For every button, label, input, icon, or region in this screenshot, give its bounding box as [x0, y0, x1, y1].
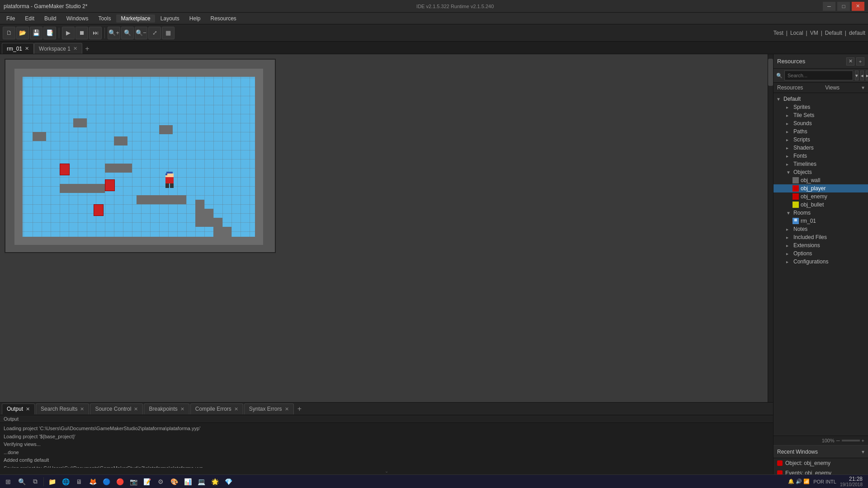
res-item-configurations[interactable]: ▸ Configurations [774, 258, 868, 266]
tab-rm01[interactable]: rm_01 ✕ [2, 43, 34, 54]
recent-item-obj-enemy-obj[interactable]: Object: obj_enemy [774, 458, 868, 468]
fit-button[interactable]: ⤢ [148, 27, 161, 39]
res-item-obj-enemy[interactable]: obj_enemy [774, 192, 868, 201]
res-item-extensions[interactable]: ▸ Extensions [774, 241, 868, 249]
res-group-default[interactable]: ▼ Default [774, 95, 868, 103]
debug-button[interactable]: ⏭ [89, 27, 102, 39]
menu-resources[interactable]: Resources [206, 14, 241, 23]
bottom-tab-syntax-errors-close[interactable]: ✕ [285, 406, 289, 412]
menu-edit[interactable]: Edit [20, 14, 39, 23]
objects-expand-icon: ▼ [786, 170, 792, 175]
taskbar-app-5[interactable]: 📷 [127, 476, 140, 488]
res-item-included-files[interactable]: ▸ Included Files [774, 233, 868, 241]
search-dropdown-button[interactable]: ▾ [855, 70, 859, 80]
res-item-shaders[interactable]: ▸ Shaders [774, 144, 868, 152]
taskbar-app-8[interactable]: 🎨 [168, 476, 180, 488]
bottom-tab-search-results[interactable]: Search Results ✕ [36, 404, 89, 414]
grid-button[interactable]: ▦ [162, 27, 175, 39]
taskbar-app-1[interactable]: 🖥 [73, 476, 85, 488]
bottom-tab-compile-errors-close[interactable]: ✕ [234, 406, 238, 412]
tab-workspace1[interactable]: Workspace 1 ✕ [34, 43, 82, 54]
menu-marketplace[interactable]: Marketplace [116, 14, 155, 23]
start-button[interactable]: ⊞ [2, 476, 14, 488]
output-line-4: ...done [4, 449, 769, 457]
res-item-notes[interactable]: ▸ Notes [774, 225, 868, 233]
recent-windows-expand-icon[interactable]: ▾ [862, 449, 864, 455]
taskbar-explorer[interactable]: 📁 [46, 476, 58, 488]
zoom-reset-button[interactable]: 🔍 [121, 27, 134, 39]
res-item-scripts[interactable]: ▸ Scripts [774, 136, 868, 144]
res-item-rooms[interactable]: ▼ Rooms [774, 209, 868, 217]
zoom-in-button[interactable]: 🔍+ [108, 27, 120, 39]
open-button[interactable]: 📂 [16, 27, 29, 39]
config-default2: default [849, 30, 865, 36]
res-item-obj-player[interactable]: obj_player [774, 184, 868, 192]
res-item-options[interactable]: ▸ Options [774, 249, 868, 258]
bottom-tab-source-control-close[interactable]: ✕ [134, 406, 138, 412]
res-item-sounds[interactable]: ▸ Sounds [774, 119, 868, 127]
zoom-out-button[interactable]: 🔍− [135, 27, 147, 39]
bottom-tab-search-results-close[interactable]: ✕ [80, 406, 84, 412]
res-item-objects[interactable]: ▼ Objects [774, 168, 868, 176]
taskbar-app-9[interactable]: 📊 [181, 476, 194, 488]
bottom-scroll-indicator[interactable]: ⌄ [0, 468, 773, 474]
search-input[interactable] [784, 70, 853, 80]
maximize-button[interactable]: □ [837, 2, 850, 11]
menu-help[interactable]: Help [185, 14, 205, 23]
save-all-button[interactable]: 📑 [43, 27, 56, 39]
taskbar-app-3[interactable]: 🔵 [100, 476, 113, 488]
res-item-sprites[interactable]: ▸ Sprites [774, 103, 868, 111]
res-item-obj-bullet[interactable]: obj_bullet [774, 201, 868, 209]
bottom-tab-compile-errors[interactable]: Compile Errors ✕ [190, 404, 243, 414]
taskbar-app-2[interactable]: 🦊 [86, 476, 99, 488]
menu-tools[interactable]: Tools [94, 14, 115, 23]
zoom-minus-icon[interactable]: ─ [836, 438, 840, 443]
tab-add-button[interactable]: + [82, 44, 92, 54]
bottom-tab-syntax-errors[interactable]: Syntax Errors ✕ [244, 404, 294, 414]
taskbar-browser-ie[interactable]: 🌐 [59, 476, 72, 488]
window-controls: ─ □ ✕ [823, 2, 864, 11]
bottom-tab-add-button[interactable]: + [295, 404, 305, 414]
res-item-timelines[interactable]: ▸ Timelines [774, 160, 868, 168]
run-button[interactable]: ▶ [62, 27, 75, 39]
res-item-tilesets[interactable]: ▸ Tile Sets [774, 111, 868, 119]
taskbar-app-4[interactable]: 🔴 [113, 476, 126, 488]
tab-rm01-close[interactable]: ✕ [25, 46, 29, 52]
menu-windows[interactable]: Windows [62, 14, 93, 23]
res-item-obj-wall[interactable]: obj_wall [774, 176, 868, 184]
taskbar-clock: 21:28 19/10/2018 [840, 476, 863, 487]
search-taskbar-button[interactable]: 🔍 [15, 476, 28, 488]
res-item-rm01[interactable]: ▦ rm_01 [774, 217, 868, 225]
platform-float-7 [137, 195, 186, 204]
taskbar-app-6[interactable]: 📝 [141, 476, 153, 488]
search-prev-button[interactable]: ◂ [860, 70, 864, 80]
res-item-paths[interactable]: ▸ Paths [774, 127, 868, 136]
resources-add-button[interactable]: + [856, 57, 864, 66]
minimize-button[interactable]: ─ [823, 2, 835, 11]
room-vscroll-thumb[interactable] [768, 59, 773, 86]
zoom-plus-icon[interactable]: + [862, 438, 864, 443]
tab-workspace1-close[interactable]: ✕ [73, 46, 77, 52]
taskbar-app-12[interactable]: 💎 [222, 476, 235, 488]
bottom-tab-breakpoints[interactable]: Breakpoints ✕ [144, 404, 189, 414]
bottom-tab-source-control[interactable]: Source Control ✕ [90, 404, 143, 414]
taskbar-app-10[interactable]: 💻 [195, 476, 208, 488]
menu-build[interactable]: Build [40, 14, 61, 23]
menu-layouts[interactable]: Layouts [156, 14, 184, 23]
search-next-button[interactable]: ▸ [866, 70, 868, 80]
res-group-default-header[interactable]: ▼ Default [774, 95, 868, 103]
close-button[interactable]: ✕ [852, 2, 864, 11]
bottom-tab-output-close[interactable]: ✕ [26, 406, 30, 412]
bottom-tab-breakpoints-close[interactable]: ✕ [180, 406, 184, 412]
resources-close-button[interactable]: ✕ [846, 57, 854, 66]
room-vscroll[interactable] [768, 54, 773, 402]
save-button[interactable]: 💾 [30, 27, 42, 39]
stop-button[interactable]: ⏹ [75, 27, 88, 39]
new-button[interactable]: 🗋 [3, 27, 15, 39]
taskbar-app-11[interactable]: 🌟 [208, 476, 221, 488]
taskbar-app-7[interactable]: ⚙ [154, 476, 167, 488]
res-item-fonts[interactable]: ▸ Fonts [774, 152, 868, 160]
bottom-tab-output[interactable]: Output ✕ [2, 404, 35, 414]
task-view-button[interactable]: ⧉ [29, 476, 42, 488]
menu-file[interactable]: File [2, 14, 19, 23]
